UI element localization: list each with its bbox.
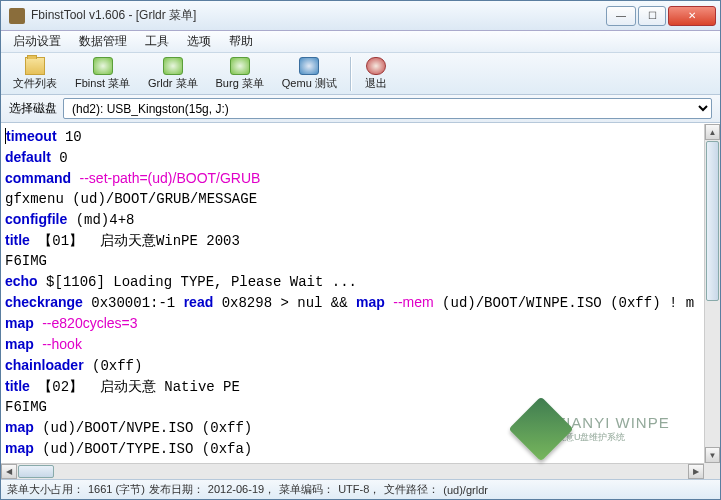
scroll-up-icon[interactable]: ▲ [705, 124, 720, 140]
code-editor[interactable]: timeout 10 default 0 command --set-path=… [5, 126, 704, 463]
window-title: FbinstTool v1.606 - [Grldr 菜单] [31, 7, 606, 24]
close-button[interactable]: ✕ [668, 6, 716, 26]
toolbar-label: Burg 菜单 [216, 76, 264, 91]
menu-icon [230, 57, 250, 75]
disk-select[interactable]: (hd2): USB_Kingston(15g, J:) [63, 98, 712, 119]
toolbar-grldr-menu[interactable]: Grldr 菜单 [139, 54, 207, 94]
scroll-right-icon[interactable]: ▶ [688, 464, 704, 479]
status-path-label: 文件路径： [384, 482, 439, 497]
menu-data-management[interactable]: 数据管理 [71, 31, 135, 52]
status-bar: 菜单大小占用： 1661 (字节) 发布日期： 2012-06-19， 菜单编码… [1, 479, 720, 499]
status-date-value: 2012-06-19， [208, 482, 275, 497]
editor-area: timeout 10 default 0 command --set-path=… [1, 123, 720, 479]
disk-label: 选择磁盘 [9, 100, 57, 117]
status-code-value: UTF-8， [338, 482, 380, 497]
toolbar-label: Qemu 测试 [282, 76, 337, 91]
scroll-down-icon[interactable]: ▼ [705, 447, 720, 463]
horizontal-scrollbar[interactable]: ◀ ▶ [1, 463, 704, 479]
menu-icon [93, 57, 113, 75]
disk-selector-bar: 选择磁盘 (hd2): USB_Kingston(15g, J:) [1, 95, 720, 123]
status-date-label: 发布日期： [149, 482, 204, 497]
toolbar-label: 退出 [365, 76, 387, 91]
title-bar: FbinstTool v1.606 - [Grldr 菜单] — ☐ ✕ [1, 1, 720, 31]
toolbar-label: 文件列表 [13, 76, 57, 91]
toolbar-exit[interactable]: 退出 [356, 54, 396, 94]
scroll-corner [704, 463, 720, 479]
status-size-value: 1661 (字节) [88, 482, 145, 497]
app-icon [9, 8, 25, 24]
toolbar: 文件列表 Fbinst 菜单 Grldr 菜单 Burg 菜单 Qemu 测试 … [1, 53, 720, 95]
menu-help[interactable]: 帮助 [221, 31, 261, 52]
menu-boot-settings[interactable]: 启动设置 [5, 31, 69, 52]
scroll-thumb[interactable] [18, 465, 54, 478]
exit-icon [366, 57, 386, 75]
folder-icon [25, 57, 45, 75]
qemu-icon [299, 57, 319, 75]
menu-tools[interactable]: 工具 [137, 31, 177, 52]
toolbar-qemu-test[interactable]: Qemu 测试 [273, 54, 346, 94]
menu-icon [163, 57, 183, 75]
vertical-scrollbar[interactable]: ▲ ▼ [704, 124, 720, 463]
maximize-button[interactable]: ☐ [638, 6, 666, 26]
menu-options[interactable]: 选项 [179, 31, 219, 52]
scroll-thumb[interactable] [706, 141, 719, 301]
toolbar-burg-menu[interactable]: Burg 菜单 [207, 54, 273, 94]
toolbar-separator [350, 57, 352, 91]
scroll-left-icon[interactable]: ◀ [1, 464, 17, 479]
menu-bar: 启动设置 数据管理 工具 选项 帮助 [1, 31, 720, 53]
toolbar-label: Fbinst 菜单 [75, 76, 130, 91]
toolbar-fbinst-menu[interactable]: Fbinst 菜单 [66, 54, 139, 94]
toolbar-file-list[interactable]: 文件列表 [4, 54, 66, 94]
minimize-button[interactable]: — [606, 6, 636, 26]
toolbar-label: Grldr 菜单 [148, 76, 198, 91]
status-code-label: 菜单编码： [279, 482, 334, 497]
status-size-label: 菜单大小占用： [7, 482, 84, 497]
status-path-value: (ud)/grldr [443, 484, 488, 496]
